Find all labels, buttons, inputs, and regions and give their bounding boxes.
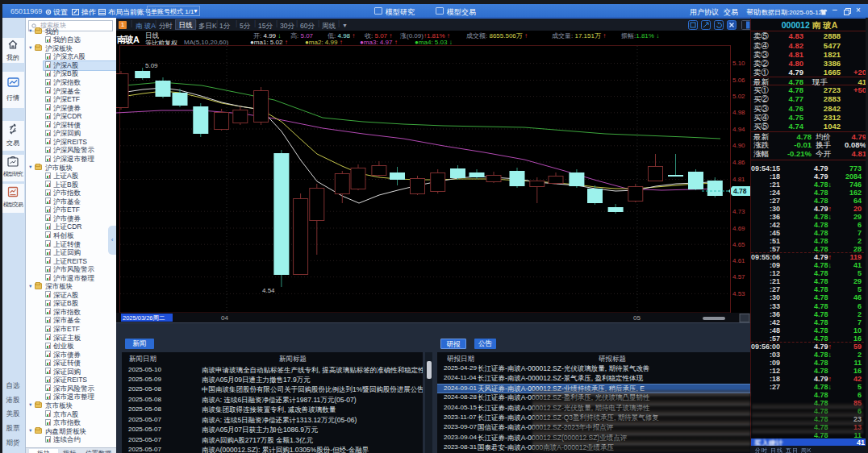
- svg-text:4.65: 4.65: [732, 241, 745, 248]
- svg-text:4.78: 4.78: [733, 187, 747, 195]
- svg-text:4.98: 4.98: [732, 109, 745, 116]
- svg-text:4.53: 4.53: [732, 290, 745, 297]
- svg-text:4.81: 4.81: [732, 176, 745, 183]
- svg-text:4.90: 4.90: [732, 142, 745, 149]
- svg-text:4.73: 4.73: [732, 208, 745, 215]
- svg-text:4.54: 4.54: [262, 287, 275, 294]
- svg-text:4.57: 4.57: [732, 273, 745, 281]
- svg-text:2025/03/26周二: 2025/03/26周二: [123, 314, 165, 322]
- svg-text:04: 04: [221, 314, 228, 322]
- svg-text:4.61: 4.61: [732, 257, 745, 264]
- svg-text:5.06: 5.06: [732, 77, 745, 84]
- svg-text:4.86: 4.86: [732, 159, 745, 166]
- svg-text:4.69: 4.69: [732, 225, 745, 232]
- svg-text:4.94: 4.94: [732, 126, 745, 133]
- svg-text:5.10: 5.10: [732, 60, 745, 67]
- svg-text:05: 05: [633, 314, 641, 322]
- svg-text:5.02: 5.02: [732, 93, 745, 100]
- svg-text:5.09: 5.09: [145, 62, 158, 69]
